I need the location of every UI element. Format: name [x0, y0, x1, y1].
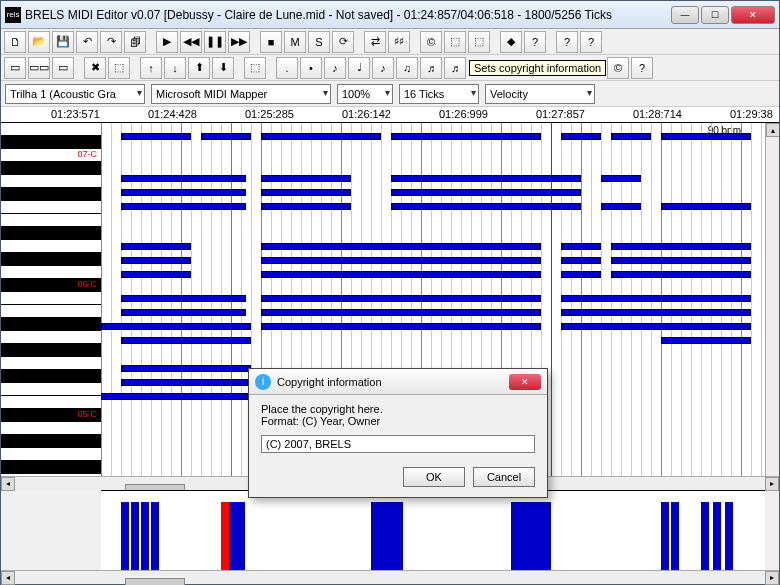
toolbar-button[interactable]: 🗋	[4, 31, 26, 53]
piano-key[interactable]	[1, 266, 101, 279]
horizontal-scrollbar-bottom[interactable]: ◂ ▸	[1, 570, 779, 584]
dialog-titlebar[interactable]: i Copyright information ✕	[249, 369, 547, 395]
midi-note[interactable]	[561, 323, 751, 330]
toolbar-button[interactable]: ⬚	[244, 57, 266, 79]
midi-note[interactable]	[101, 393, 251, 400]
midi-note[interactable]	[391, 133, 541, 140]
toolbar-button[interactable]: ◆	[500, 31, 522, 53]
midi-note[interactable]	[391, 175, 581, 182]
track-select[interactable]: Trilha 1 (Acoustic Gra	[5, 84, 145, 104]
piano-key[interactable]: 07-C	[1, 149, 101, 162]
midi-note[interactable]	[121, 189, 246, 196]
piano-key[interactable]	[1, 292, 101, 305]
ok-button[interactable]: OK	[403, 467, 465, 487]
toolbar-button[interactable]: ✖	[84, 57, 106, 79]
toolbar-button[interactable]: ♬	[420, 57, 442, 79]
midi-note[interactable]	[611, 243, 751, 250]
toolbar-button[interactable]: ©	[607, 57, 629, 79]
toolbar-button[interactable]: ♪	[324, 57, 346, 79]
velocity-bar[interactable]	[535, 502, 543, 570]
dialog-close-button[interactable]: ✕	[509, 374, 541, 390]
minimize-button[interactable]: —	[671, 6, 699, 24]
velocity-bar[interactable]	[543, 502, 551, 570]
midi-note[interactable]	[121, 295, 246, 302]
midi-note[interactable]	[611, 257, 751, 264]
toolbar-button[interactable]: ▭	[4, 57, 26, 79]
toolbar-button[interactable]: ?	[556, 31, 578, 53]
scroll-right-button[interactable]: ▸	[765, 571, 779, 585]
toolbar-button[interactable]: ▶	[156, 31, 178, 53]
velocity-bar[interactable]	[221, 502, 229, 570]
velocity-bar[interactable]	[131, 502, 139, 570]
velocity-bar[interactable]	[725, 502, 733, 570]
midi-note[interactable]	[261, 175, 351, 182]
velocity-bar[interactable]	[671, 502, 679, 570]
midi-note[interactable]	[611, 133, 651, 140]
midi-note[interactable]	[121, 365, 251, 372]
midi-note[interactable]	[261, 189, 351, 196]
toolbar-button[interactable]: .	[276, 57, 298, 79]
piano-key[interactable]	[1, 383, 101, 396]
toolbar-button[interactable]: ↓	[164, 57, 186, 79]
close-button[interactable]: ✕	[731, 6, 775, 24]
toolbar-button[interactable]: ?	[631, 57, 653, 79]
toolbar-button[interactable]: ?	[524, 31, 546, 53]
midi-note[interactable]	[261, 243, 541, 250]
piano-keyboard[interactable]: 07-C06-C05-C04-C	[1, 123, 101, 476]
velocity-bar[interactable]	[661, 502, 669, 570]
midi-note[interactable]	[121, 379, 251, 386]
toolbar-button[interactable]: ↑	[140, 57, 162, 79]
toolbar-button[interactable]: ⬚	[444, 31, 466, 53]
velocity-select[interactable]: Velocity	[485, 84, 595, 104]
velocity-bar[interactable]	[121, 502, 129, 570]
midi-note[interactable]	[261, 203, 351, 210]
midi-note[interactable]	[121, 175, 246, 182]
toolbar-button[interactable]: ♬	[444, 57, 466, 79]
toolbar-button[interactable]: ⇄	[364, 31, 386, 53]
toolbar-button[interactable]: ♩	[348, 57, 370, 79]
toolbar-button[interactable]: ♯♯	[388, 31, 410, 53]
vertical-scrollbar[interactable]: ▴	[765, 123, 779, 476]
toolbar-button[interactable]: ⬆	[188, 57, 210, 79]
piano-key[interactable]	[1, 136, 101, 149]
midi-note[interactable]	[561, 295, 751, 302]
piano-key[interactable]	[1, 344, 101, 357]
zoom-select[interactable]: 100%	[337, 84, 393, 104]
scroll-right-button[interactable]: ▸	[765, 477, 779, 491]
scroll-thumb[interactable]	[125, 578, 185, 586]
midi-note[interactable]	[561, 271, 601, 278]
midi-note[interactable]	[601, 203, 641, 210]
midi-note[interactable]	[661, 203, 751, 210]
velocity-bar[interactable]	[151, 502, 159, 570]
midi-note[interactable]	[121, 133, 191, 140]
midi-note[interactable]	[101, 323, 251, 330]
toolbar-button[interactable]: ⬚	[108, 57, 130, 79]
midi-note[interactable]	[261, 309, 541, 316]
scroll-left-button[interactable]: ◂	[1, 571, 15, 585]
piano-key[interactable]	[1, 227, 101, 240]
toolbar-button[interactable]: ♫	[396, 57, 418, 79]
midi-note[interactable]	[391, 203, 581, 210]
velocity-bar[interactable]	[387, 502, 395, 570]
scroll-left-button[interactable]: ◂	[1, 477, 15, 491]
toolbar-button[interactable]: ©	[420, 31, 442, 53]
midi-note[interactable]	[121, 337, 251, 344]
toolbar-button[interactable]: 💾	[52, 31, 74, 53]
piano-key[interactable]	[1, 240, 101, 253]
piano-key[interactable]	[1, 253, 101, 266]
velocity-bar[interactable]	[713, 502, 721, 570]
piano-key[interactable]	[1, 370, 101, 383]
piano-key[interactable]	[1, 435, 101, 448]
piano-key[interactable]	[1, 357, 101, 370]
midi-note[interactable]	[121, 271, 191, 278]
velocity-bar[interactable]	[379, 502, 387, 570]
piano-key[interactable]	[1, 331, 101, 344]
copyright-input[interactable]	[261, 435, 535, 453]
velocity-bar[interactable]	[237, 502, 245, 570]
toolbar-button[interactable]: ◀◀	[180, 31, 202, 53]
toolbar-button[interactable]: ⬇	[212, 57, 234, 79]
grid-select[interactable]: 16 Ticks	[399, 84, 479, 104]
midi-note[interactable]	[261, 295, 541, 302]
scroll-up-button[interactable]: ▴	[766, 123, 779, 137]
midi-note[interactable]	[611, 271, 751, 278]
